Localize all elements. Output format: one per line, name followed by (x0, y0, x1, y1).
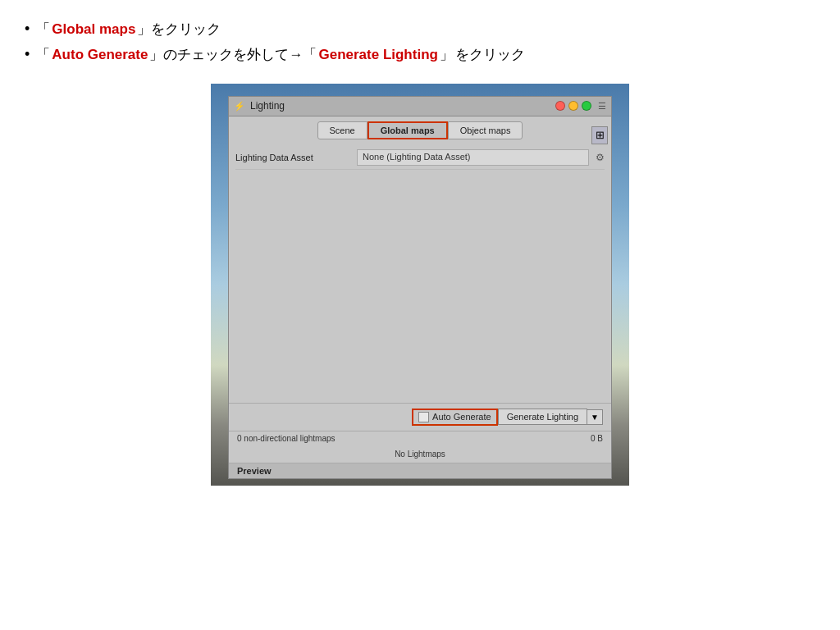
auto-generate-wrap: Auto Generate (412, 409, 498, 426)
lighting-panel-icon: ⚡ (234, 101, 245, 112)
minimize-icon[interactable] (568, 101, 578, 111)
prefix-2: 「 (36, 43, 50, 67)
generate-lighting-button[interactable]: Generate Lighting (498, 409, 587, 425)
instruction-text-1: 「Global maps」をクリック (36, 18, 221, 42)
tab-object-maps[interactable]: Object maps (448, 121, 523, 139)
auto-generate-label: Auto Generate (432, 412, 491, 422)
menu-icon[interactable]: ☰ (598, 101, 606, 112)
preview-bar[interactable]: Preview (229, 463, 611, 478)
panel-tabs: Scene Global maps Object maps (229, 116, 611, 143)
lightmaps-count-label: 0 non-directional lightmaps (237, 434, 336, 443)
titlebar-controls: ☰ (555, 101, 606, 112)
stats-row: 0 non-directional lightmaps 0 B (229, 431, 611, 445)
no-lightmaps-label: No Lightmaps (395, 450, 445, 459)
unity-background: ⚡ Lighting ☰ Scene Global maps Object ma… (211, 84, 629, 486)
generate-lighting-highlight: Generate Lighting (318, 43, 437, 67)
data-asset-row: Lighting Data Asset None (Lighting Data … (235, 146, 605, 170)
global-maps-highlight: Global maps (52, 18, 135, 42)
panel-bottom: Auto Generate Generate Lighting ▼ 0 non-… (229, 403, 611, 478)
panel-settings-icon[interactable]: ⊞ (591, 126, 608, 144)
instruction-item-1: • 「Global maps」をクリック (25, 16, 815, 42)
auto-generate-highlight: Auto Generate (52, 43, 148, 67)
panel-titlebar: ⚡ Lighting ☰ (229, 97, 611, 116)
instruction-item-2: • 「Auto Generate」のチェックを外して→「Generate Lig… (25, 42, 815, 67)
page-container: • 「Global maps」をクリック • 「Auto Generate」のチ… (0, 0, 840, 502)
instruction-text-2: 「Auto Generate」のチェックを外して→「Generate Light… (36, 43, 525, 67)
stats-center: No Lightmaps (229, 445, 611, 463)
unity-window-wrap: ⚡ Lighting ☰ Scene Global maps Object ma… (25, 84, 815, 486)
auto-generate-checkbox[interactable] (418, 412, 429, 422)
panel-empty-area (229, 173, 611, 403)
tab-global-maps[interactable]: Global maps (368, 121, 448, 139)
lightmaps-size-label: 0 B (591, 434, 603, 443)
generate-lighting-dropdown-button[interactable]: ▼ (587, 409, 603, 425)
preview-label: Preview (237, 466, 272, 476)
data-asset-gear-icon[interactable]: ⚙ (596, 152, 605, 163)
bullet-1: • (25, 16, 30, 42)
tab-scene[interactable]: Scene (317, 121, 368, 139)
titlebar-left: ⚡ Lighting (234, 100, 285, 112)
suffix-1: 」をクリック (137, 18, 221, 42)
panel-title: Lighting (250, 100, 285, 112)
data-asset-field[interactable]: None (Lighting Data Asset) (357, 149, 589, 166)
suffix-2: 」 (440, 43, 454, 67)
line2-end: をクリック (455, 43, 525, 67)
maximize-icon[interactable] (582, 101, 591, 111)
panel-content: Lighting Data Asset None (Lighting Data … (229, 143, 611, 173)
prefix-1: 「 (36, 18, 50, 42)
middle-2: 」のチェックを外して→「 (149, 43, 317, 67)
bullet-2: • (25, 42, 30, 67)
instruction-list: • 「Global maps」をクリック • 「Auto Generate」のチ… (25, 16, 815, 67)
close-icon[interactable] (555, 101, 565, 111)
data-asset-label: Lighting Data Asset (235, 153, 350, 162)
bottom-controls-row: Auto Generate Generate Lighting ▼ (229, 404, 611, 431)
unity-panel: ⚡ Lighting ☰ Scene Global maps Object ma… (228, 96, 612, 479)
